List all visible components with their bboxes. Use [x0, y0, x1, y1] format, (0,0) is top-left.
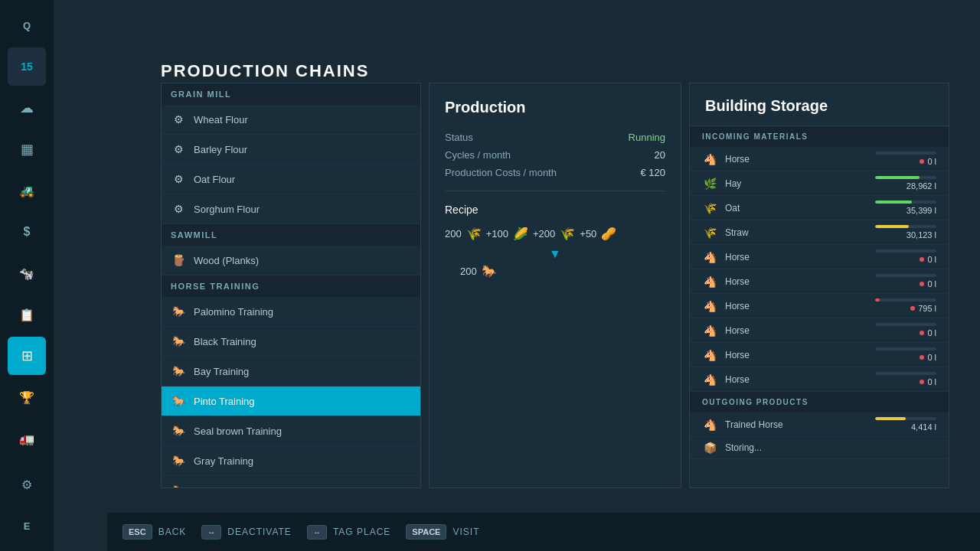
storage-name-trained-horse: Trained Horse [725, 419, 867, 430]
chain-dun-training[interactable]: 🐎 Dun Training [162, 476, 420, 488]
e-icon: E [24, 520, 31, 532]
costs-row: Production Costs / month € 120 [445, 167, 665, 178]
recipe-plus-3: +50 [580, 228, 596, 240]
sidebar-item-contracts[interactable]: 📋 [8, 295, 46, 334]
sidebar-item-chart[interactable]: ▦ [8, 130, 46, 168]
horse-icon-6: 🐴 [702, 349, 717, 361]
chain-label: Dun Training [194, 485, 250, 489]
sidebar-item-animals[interactable]: 🐄 [8, 254, 46, 292]
key-action-deactivate[interactable]: ↔ DEACTIVATE [201, 525, 292, 540]
animals-icon: 🐄 [19, 266, 34, 281]
outgoing-header: OUTGOING PRODUCTS [690, 392, 949, 412]
storage-amount-straw: 30,123 l [906, 230, 936, 240]
chain-barley-flour[interactable]: ⚙ Barley Flour [162, 135, 420, 165]
storage-name-straw: Straw [725, 227, 867, 238]
horse-bar-1 [875, 152, 936, 155]
status-value: Running [629, 132, 665, 143]
horse-dot-4 [910, 306, 915, 311]
storage-name-horse-4: Horse [725, 301, 867, 311]
storage-scrollable[interactable]: INCOMING MATERIALS 🐴 Horse 0 l 🌿 [690, 126, 949, 488]
horse-icon-4: 🐴 [702, 300, 717, 312]
storage-name-horse-2: Horse [725, 252, 867, 262]
chain-label: Seal brown Training [194, 425, 282, 437]
straw-bar [875, 225, 936, 228]
sidebar-item-achievements[interactable]: 🏆 [8, 378, 46, 416]
incoming-header: INCOMING MATERIALS [690, 126, 949, 147]
visit-label: VISIT [452, 527, 479, 537]
sidebar-item-e[interactable]: E [8, 507, 46, 545]
chain-label: Bay Training [194, 366, 249, 377]
main-content: PRODUCTION CHAINS GRAIN MILL ⚙ Wheat Flo… [54, 0, 980, 551]
storage-amount-oat: 35,399 l [906, 206, 936, 215]
chart-icon: ▦ [21, 141, 34, 158]
trained-horse-icon: 🐴 [702, 419, 717, 431]
horse-dot-5 [920, 331, 924, 335]
sidebar-item-vehicles2[interactable]: 🚛 [8, 419, 46, 458]
hay-icon: 🌿 [702, 178, 717, 190]
sidebar-item-tractor[interactable]: 🚜 [8, 171, 46, 210]
chain-sorghum-flour[interactable]: ⚙ Sorghum Flour [162, 194, 420, 224]
horse-bar-3 [875, 274, 936, 277]
calendar-label: 15 [21, 60, 33, 73]
chain-wood-planks[interactable]: 🪵 Wood (Planks) [162, 246, 420, 276]
tagplace-key: ↔ [307, 525, 327, 540]
chain-black-training[interactable]: 🐎 Black Training [162, 327, 420, 357]
chain-bay-training[interactable]: 🐎 Bay Training [162, 357, 420, 386]
recipe-plus-1: +100 [486, 228, 508, 240]
storage-item-horse-5: 🐴 Horse 0 l [690, 318, 949, 343]
storage-name-horse-7: Horse [725, 374, 867, 385]
sidebar-item-finance[interactable]: $ [8, 213, 46, 251]
sidebar-item-calendar[interactable]: 15 [8, 47, 46, 86]
chain-label: Black Training [194, 336, 256, 347]
sidebar-item-production[interactable]: ⊞ [8, 337, 46, 375]
tractor-icon: 🚜 [19, 184, 34, 198]
sidebar-item-weather[interactable]: ☁ [8, 89, 46, 127]
storage-title: Building Storage [690, 83, 949, 126]
horse-bar-7 [875, 372, 936, 375]
bottom-toolbar: ESC BACK ↔ DEACTIVATE ↔ TAG PLACE SPACE … [107, 513, 980, 551]
sidebar-item-settings[interactable]: ⚙ [8, 465, 46, 504]
horse-dot-2 [920, 257, 924, 262]
chain-oat-flour[interactable]: ⚙ Oat Flour [162, 165, 420, 194]
storage-name-horse-1: Horse [725, 154, 867, 165]
hay-bar [875, 176, 936, 179]
horse-bar-4 [875, 298, 936, 302]
recipe-inputs: 200 🌾 +100 🌽 +200 🌾 +50 🥜 [445, 227, 665, 241]
storage-item-oat: 🌾 Oat 35,399 l [690, 196, 949, 220]
recipe-output: 200 🐎 [445, 264, 665, 279]
horse-icon-2: 🐴 [702, 251, 717, 263]
horse-dot-6 [920, 355, 924, 360]
storage-amount-horse-2: 0 l [927, 255, 936, 264]
horse-icon-5: 🐴 [702, 324, 717, 337]
storage-amount-hay: 28,962 l [906, 181, 936, 191]
chain-palomino-training[interactable]: 🐎 Palomino Training [162, 297, 420, 327]
production-title: Production [445, 99, 665, 116]
chain-wheat-flour[interactable]: ⚙ Wheat Flour [162, 105, 420, 135]
chain-label: Sorghum Flour [194, 204, 260, 215]
key-action-visit[interactable]: SPACE VISIT [406, 524, 479, 540]
recipe-output-amount: 200 [460, 266, 477, 277]
straw-icon: 🌾 [702, 227, 717, 239]
storage-item-horse-1: 🐴 Horse 0 l [690, 147, 949, 171]
chain-gray-training[interactable]: 🐎 Gray Training [162, 446, 420, 476]
storage-name-horse-6: Horse [725, 350, 867, 360]
chain-pinto-training[interactable]: 🐎 Pinto Training [162, 386, 420, 416]
costs-value: € 120 [640, 167, 665, 178]
key-action-back[interactable]: ESC BACK [122, 524, 186, 540]
horse-bar-6 [875, 347, 936, 350]
visit-key: SPACE [406, 524, 446, 540]
chain-label: Palomino Training [194, 306, 273, 318]
storage-item-hay: 🌿 Hay 28,962 l [690, 171, 949, 196]
oat-flour-icon: ⚙ [171, 171, 186, 187]
bay-icon: 🐎 [171, 364, 186, 379]
page-title: PRODUCTION CHAINS [161, 61, 369, 81]
storage-name-storing: Storing... [725, 442, 936, 453]
key-action-tagplace[interactable]: ↔ TAG PLACE [307, 525, 390, 540]
deactivate-label: DEACTIVATE [227, 527, 292, 537]
chains-panel: GRAIN MILL ⚙ Wheat Flour ⚙ Barley Flour … [161, 83, 421, 488]
storage-amount-trained-horse: 4,414 l [911, 422, 936, 432]
chain-sealbrown-training[interactable]: 🐎 Seal brown Training [162, 416, 420, 446]
category-grain-mill: GRAIN MILL [162, 83, 420, 105]
black-icon: 🐎 [171, 334, 186, 349]
sidebar-item-q[interactable]: Q [8, 6, 46, 44]
